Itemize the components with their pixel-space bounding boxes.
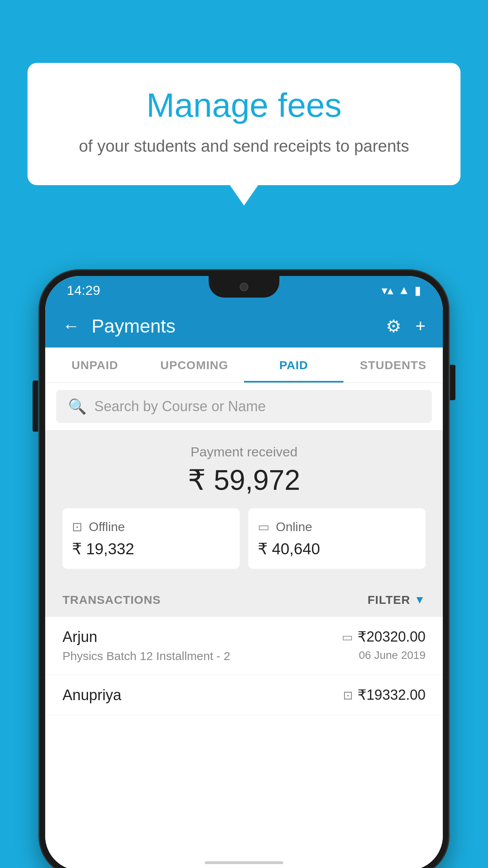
transaction-right: ▭ ₹20320.00 06 June 2019 (342, 629, 426, 662)
search-input[interactable]: Search by Course or Name (94, 398, 266, 415)
tabs-bar: UNPAID UPCOMING PAID STUDENTS (45, 348, 443, 383)
search-bar[interactable]: 🔍 Search by Course or Name (56, 390, 432, 423)
home-bar (205, 861, 283, 864)
header-title: Payments (92, 315, 386, 337)
transaction-right: ⊡ ₹19332.00 (343, 687, 426, 703)
camera-dot (240, 283, 248, 291)
filter-button[interactable]: FILTER ▼ (368, 593, 426, 607)
speech-bubble-container: Manage fees of your students and send re… (28, 63, 460, 185)
offline-icon: ⊡ (72, 519, 83, 534)
search-container: 🔍 Search by Course or Name (45, 383, 443, 430)
transaction-amount: ₹19332.00 (358, 687, 426, 703)
online-icon: ▭ (258, 519, 270, 534)
transactions-label: TRANSACTIONS (62, 593, 161, 607)
transaction-amount: ₹20320.00 (358, 629, 426, 645)
transaction-left: Anupriya (62, 687, 121, 704)
tab-upcoming[interactable]: UPCOMING (145, 348, 244, 383)
offline-card-header: ⊡ Offline (72, 519, 125, 534)
transaction-amount-row: ▭ ₹20320.00 (342, 629, 426, 645)
transaction-date: 06 June 2019 (359, 649, 426, 662)
tab-students[interactable]: STUDENTS (343, 348, 443, 383)
status-time: 14:29 (67, 283, 100, 298)
phone-frame: 14:29 ▾▴ ▲ ▮ ← Payments ⚙ + UNPAID (40, 270, 448, 868)
header-icons: ⚙ + (386, 316, 426, 336)
transaction-desc: Physics Batch 12 Installment - 2 (62, 649, 230, 663)
bubble-subtitle: of your students and send receipts to pa… (59, 135, 429, 158)
wifi-icon: ▾▴ (382, 283, 393, 297)
table-row[interactable]: Anupriya ⊡ ₹19332.00 (45, 675, 443, 716)
filter-icon: ▼ (414, 594, 426, 606)
bubble-title: Manage fees (59, 86, 429, 124)
battery-icon: ▮ (415, 283, 421, 297)
online-amount: ₹ 40,640 (258, 540, 320, 558)
transactions-list: Arjun Physics Batch 12 Installment - 2 ▭… (45, 617, 443, 855)
status-bar: 14:29 ▾▴ ▲ ▮ (45, 276, 443, 304)
notch (209, 276, 279, 298)
phone-screen: 14:29 ▾▴ ▲ ▮ ← Payments ⚙ + UNPAID (45, 276, 443, 868)
tab-unpaid[interactable]: UNPAID (45, 348, 145, 383)
offline-payment-icon: ⊡ (343, 688, 353, 702)
transaction-left: Arjun Physics Batch 12 Installment - 2 (62, 629, 230, 663)
speech-bubble: Manage fees of your students and send re… (28, 63, 460, 185)
payment-cards: ⊡ Offline ₹ 19,332 ▭ Online ₹ 40,640 (62, 508, 426, 569)
payment-label: Payment received (62, 444, 426, 460)
online-card: ▭ Online ₹ 40,640 (248, 508, 426, 569)
payment-summary: Payment received ₹ 59,972 ⊡ Offline ₹ 19… (45, 430, 443, 583)
settings-icon[interactable]: ⚙ (386, 316, 401, 336)
transactions-header: TRANSACTIONS FILTER ▼ (45, 583, 443, 617)
home-indicator (45, 855, 443, 868)
filter-label: FILTER (368, 593, 411, 607)
online-payment-icon: ▭ (342, 630, 353, 644)
transaction-name: Arjun (62, 629, 230, 645)
signal-icon: ▲ (398, 283, 410, 297)
table-row[interactable]: Arjun Physics Batch 12 Installment - 2 ▭… (45, 617, 443, 675)
payment-amount: ₹ 59,972 (62, 463, 426, 497)
online-label: Online (276, 520, 312, 534)
offline-card: ⊡ Offline ₹ 19,332 (62, 508, 240, 569)
search-icon: 🔍 (68, 398, 86, 415)
offline-amount: ₹ 19,332 (72, 540, 134, 558)
app-header: ← Payments ⚙ + (45, 304, 443, 348)
status-icons: ▾▴ ▲ ▮ (382, 283, 421, 297)
offline-label: Offline (89, 520, 125, 534)
transaction-name: Anupriya (62, 687, 121, 704)
back-button[interactable]: ← (62, 316, 80, 336)
online-card-header: ▭ Online (258, 519, 312, 534)
tab-paid[interactable]: PAID (244, 348, 343, 383)
transaction-amount-row: ⊡ ₹19332.00 (343, 687, 426, 703)
add-icon[interactable]: + (415, 316, 426, 336)
